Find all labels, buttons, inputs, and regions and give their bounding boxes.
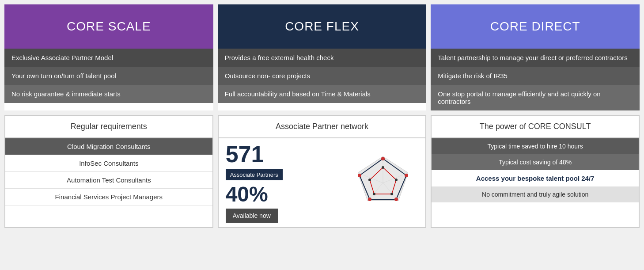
core-flex-feature-3: Full accountability and based on Time & … <box>218 85 427 103</box>
core-direct-feature-3: One stop portal to manage efficiently an… <box>431 85 640 110</box>
core-scale-title: CORE SCALE <box>67 19 151 34</box>
core-scale-feature-3: No risk guarantee & immediate starts <box>4 85 213 103</box>
partner-network-card: Associate Partner network 571 Associate … <box>218 115 427 228</box>
core-direct-card: CORE DIRECT Talent partnership to manage… <box>431 4 640 110</box>
main-grid: CORE SCALE Exclusive Associate Partner M… <box>4 4 640 228</box>
consult-row-1: Typical time saved to hire 10 hours <box>432 138 639 154</box>
core-direct-feature-2: Mitigate the risk of IR35 <box>431 67 640 85</box>
svg-point-13 <box>382 166 384 169</box>
core-scale-feature-1: Exclusive Associate Partner Model <box>4 49 213 67</box>
radar-chart <box>348 148 418 218</box>
available-now-label: Available now <box>226 209 278 223</box>
core-consult-card: The power of CORE CONSULT Typical time s… <box>431 115 640 228</box>
req-item-1: Cloud Migration Consultants <box>5 138 212 155</box>
req-item-2: InfoSec Consultants <box>5 155 212 172</box>
core-flex-card: CORE FLEX Provides a free external healt… <box>218 4 427 110</box>
core-flex-feature-1: Provides a free external health check <box>218 49 427 67</box>
svg-point-17 <box>368 179 371 181</box>
core-consult-title: The power of CORE CONSULT <box>480 122 591 131</box>
stats-left: 571 Associate Partners 40% Available now <box>226 143 283 223</box>
availability-percent: 40% <box>226 184 283 205</box>
partner-network-header: Associate Partner network <box>219 116 426 138</box>
consult-row-4: No commitment and truly agile solution <box>432 186 639 202</box>
req-item-3: Automation Test Consultants <box>5 172 212 189</box>
core-flex-feature-2: Outsource non- core projects <box>218 67 427 85</box>
core-direct-title: CORE DIRECT <box>490 19 580 34</box>
svg-point-10 <box>394 198 398 201</box>
consult-row-3: Access your bespoke talent pool 24/7 <box>432 170 639 186</box>
core-flex-title: CORE FLEX <box>285 19 359 34</box>
requirements-title: Regular requirements <box>71 122 147 131</box>
core-flex-header: CORE FLEX <box>218 4 427 49</box>
svg-point-8 <box>381 157 385 160</box>
partner-count: 571 <box>226 143 283 166</box>
core-direct-feature-1: Talent partnership to manage your direct… <box>431 49 640 67</box>
svg-point-12 <box>358 174 361 177</box>
req-item-4: Financial Services Project Managers <box>5 189 212 205</box>
svg-point-9 <box>405 174 408 177</box>
requirements-header: Regular requirements <box>5 116 212 138</box>
radar-svg <box>350 150 416 216</box>
stats-content: 571 Associate Partners 40% Available now <box>219 138 426 227</box>
svg-point-15 <box>390 193 393 195</box>
svg-point-16 <box>373 193 375 195</box>
svg-point-14 <box>395 179 398 181</box>
partner-badge: Associate Partners <box>226 169 283 180</box>
core-consult-header: The power of CORE CONSULT <box>432 116 639 138</box>
core-direct-header: CORE DIRECT <box>431 4 640 49</box>
requirements-card: Regular requirements Cloud Migration Con… <box>4 115 213 228</box>
partner-network-title: Associate Partner network <box>276 122 368 131</box>
svg-point-11 <box>368 198 371 201</box>
core-scale-feature-2: Your own turn on/turn off talent pool <box>4 67 213 85</box>
core-scale-card: CORE SCALE Exclusive Associate Partner M… <box>4 4 213 110</box>
core-scale-header: CORE SCALE <box>4 4 213 49</box>
consult-row-2: Typical cost saving of 48% <box>432 154 639 170</box>
